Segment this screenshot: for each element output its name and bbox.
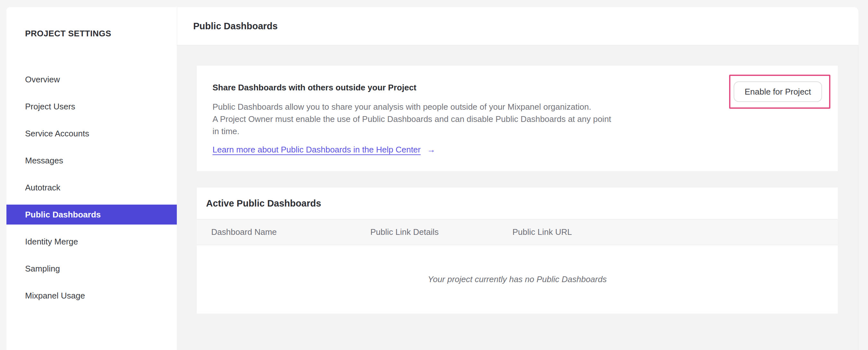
active-card-title-row: Active Public Dashboards — [197, 187, 838, 220]
help-center-link[interactable]: Learn more about Public Dashboards in th… — [213, 145, 421, 154]
arrow-right-icon: → — [427, 144, 436, 155]
project-settings-sidebar: PROJECT SETTINGS Overview Project Users … — [6, 7, 177, 350]
help-center-link-row: Learn more about Public Dashboards in th… — [213, 144, 436, 155]
sidebar-item-messages[interactable]: Messages — [6, 150, 177, 171]
page-title: Public Dashboards — [193, 7, 278, 45]
enable-for-project-button[interactable]: Enable for Project — [734, 81, 822, 102]
description-line: Public Dashboards allow you to share you… — [213, 101, 611, 113]
description-line: in time. — [213, 125, 611, 137]
sidebar-item-overview[interactable]: Overview — [6, 69, 177, 89]
share-card-title: Share Dashboards with others outside you… — [213, 82, 416, 93]
description-line: A Project Owner must enable the use of P… — [213, 113, 611, 125]
sidebar-nav: Overview Project Users Service Accounts … — [6, 69, 177, 313]
active-dashboards-card: Active Public Dashboards Dashboard Name … — [197, 187, 838, 314]
sidebar-item-identity-merge[interactable]: Identity Merge — [6, 232, 177, 252]
sidebar-item-service-accounts[interactable]: Service Accounts — [6, 123, 177, 144]
project-settings-page: PROJECT SETTINGS Overview Project Users … — [0, 0, 868, 350]
sidebar-title: PROJECT SETTINGS — [25, 27, 111, 40]
dashboards-table-header: Dashboard Name Public Link Details Publi… — [197, 220, 838, 245]
column-header-public-link-details: Public Link Details — [370, 220, 438, 245]
sidebar-item-project-users[interactable]: Project Users — [6, 96, 177, 116]
dashboards-empty-state: Your project currently has no Public Das… — [197, 245, 838, 313]
sidebar-item-mixpanel-usage[interactable]: Mixpanel Usage — [6, 286, 177, 305]
sidebar-item-public-dashboards[interactable]: Public Dashboards — [6, 205, 177, 225]
active-card-title: Active Public Dashboards — [206, 198, 321, 209]
sidebar-item-sampling[interactable]: Sampling — [6, 259, 177, 279]
page-header: Public Dashboards — [177, 7, 858, 46]
empty-state-message: Your project currently has no Public Das… — [428, 274, 607, 284]
share-card-description: Public Dashboards allow you to share you… — [213, 101, 611, 137]
column-header-public-link-url: Public Link URL — [513, 220, 572, 245]
column-header-dashboard-name: Dashboard Name — [211, 220, 277, 245]
sidebar-item-autotrack[interactable]: Autotrack — [6, 178, 177, 198]
share-dashboards-card: Share Dashboards with others outside you… — [197, 66, 838, 171]
